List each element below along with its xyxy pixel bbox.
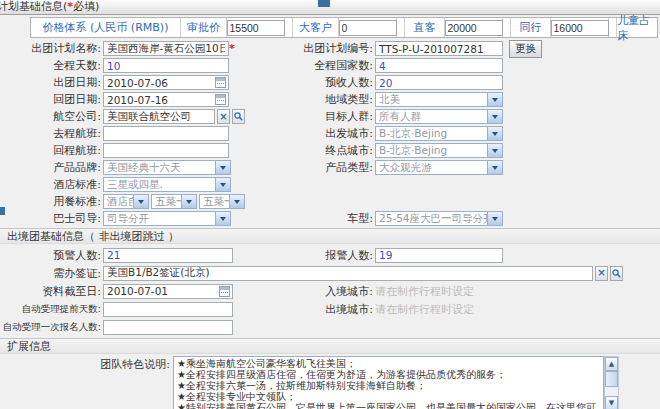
- region-type-value: 北美: [376, 93, 487, 106]
- plan-name-input[interactable]: [103, 41, 229, 56]
- key-account-input[interactable]: [339, 20, 397, 36]
- auto-accept-people-input[interactable]: [103, 320, 233, 335]
- auto-accept-people-label: 自动受理一次报名人数:: [0, 321, 103, 334]
- direct-customer-input[interactable]: [445, 20, 503, 36]
- peer-price-input[interactable]: [551, 20, 609, 36]
- plan-code-input[interactable]: [375, 41, 503, 56]
- bus-type-label: 车型:: [300, 211, 375, 226]
- product-brand-value: 美国经典十六天: [104, 161, 215, 174]
- form-row: 回程航班: 终点城市: B-北京·Bejing: [0, 142, 660, 159]
- product-brand-select[interactable]: 美国经典十六天: [103, 160, 231, 175]
- exit-city-label: 出境城市:: [300, 302, 375, 317]
- price-spacer: [397, 18, 405, 37]
- meal-standard-select-2[interactable]: 五菜一汤: [151, 194, 197, 209]
- outbound-rows: 预警人数: 报警人数: 需办签证: × 资料截至日: 入境城市: 请在制作行程时…: [0, 246, 660, 336]
- direct-customer-label: 直客: [405, 18, 445, 37]
- price-spacer: [609, 18, 617, 37]
- end-city-label: 终点城市:: [300, 143, 375, 158]
- dropdown-arrow-icon[interactable]: [229, 195, 244, 208]
- bus-type-select[interactable]: 25-54座大巴一司导分开: [375, 211, 503, 226]
- expected-people-input[interactable]: [375, 75, 503, 90]
- calendar-icon[interactable]: [215, 77, 226, 88]
- clear-icon[interactable]: ×: [595, 266, 608, 281]
- scrollbar-thumb[interactable]: [605, 371, 618, 387]
- target-group-select[interactable]: 所有人群: [375, 109, 503, 124]
- form-row: 巴士司导: 司导分开 车型: 25-54座大巴一司导分开: [0, 210, 660, 227]
- calendar-icon[interactable]: [215, 94, 226, 105]
- depart-city-select[interactable]: B-北京·Bejing: [375, 126, 503, 141]
- return-flight-label: 回程航班:: [0, 143, 103, 158]
- dropdown-arrow-icon[interactable]: [215, 212, 230, 225]
- form-row: 自动受理一次报名人数:: [0, 318, 660, 336]
- team-feature-textarea[interactable]: ★乘坐海南航空公司豪华客机飞往美国； ★全程安排四星级酒店住宿，住宿更为舒适，为…: [173, 356, 604, 409]
- dropdown-arrow-icon[interactable]: [487, 110, 502, 123]
- return-date-input[interactable]: [103, 92, 229, 107]
- entry-city-hint: 请在制作行程时设定: [375, 284, 474, 299]
- visa-input[interactable]: [103, 266, 593, 281]
- price-system-label: 价格体系 (人民币 (RMB)): [31, 18, 181, 37]
- section-header-extended-info: 扩展信息: [0, 338, 660, 354]
- section-header-outbound-info: 出境团基础信息（ 非出境团跳过 ）: [0, 228, 660, 244]
- calendar-icon[interactable]: [219, 286, 230, 297]
- outbound-flight-label: 去程航班:: [0, 126, 103, 141]
- form-row: 需办签证: ×: [0, 264, 660, 282]
- material-deadline-input[interactable]: [103, 284, 233, 299]
- alarm-people-input[interactable]: [375, 248, 503, 263]
- country-count-input[interactable]: [375, 58, 503, 73]
- peer-price-label: 同行: [511, 18, 551, 37]
- auto-accept-days-input[interactable]: [103, 302, 233, 317]
- team-feature-area: ★乘坐海南航空公司豪华客机飞往美国； ★全程安排四星级酒店住宿，住宿更为舒适，为…: [173, 356, 619, 409]
- total-days-input[interactable]: [103, 58, 229, 73]
- meal-standard-select-1[interactable]: 酒店自助: [103, 194, 149, 209]
- target-group-label: 目标人群:: [300, 109, 375, 124]
- dropdown-arrow-icon[interactable]: [215, 178, 230, 191]
- hotel-standard-value: 三星或四星.: [104, 178, 215, 191]
- meal-3-value: 五菜一汤: [200, 195, 229, 208]
- warn-people-input[interactable]: [103, 248, 233, 263]
- dropdown-arrow-icon[interactable]: [487, 144, 502, 157]
- dropdown-arrow-icon[interactable]: [487, 212, 502, 225]
- search-icon[interactable]: [610, 266, 623, 281]
- return-flight-input[interactable]: [103, 143, 229, 158]
- bus-guide-select[interactable]: 司导分开: [103, 211, 231, 226]
- end-city-select[interactable]: B-北京·Bejing: [375, 143, 503, 158]
- region-type-select[interactable]: 北美: [375, 92, 503, 107]
- material-deadline-label: 资料截至日:: [0, 284, 103, 299]
- change-code-button[interactable]: 更换: [509, 40, 542, 58]
- bus-guide-label: 巴士司导:: [0, 211, 103, 226]
- required-star: *: [229, 42, 235, 55]
- approved-price-input[interactable]: [227, 20, 285, 36]
- airline-input[interactable]: [103, 109, 215, 124]
- dropdown-arrow-icon[interactable]: [215, 161, 230, 174]
- textarea-scrollbar[interactable]: ▲ ▼: [604, 356, 619, 409]
- search-icon[interactable]: [232, 109, 245, 124]
- airline-label: 航空公司:: [0, 109, 103, 124]
- section-header-basic-info: 计划基础信息(*必填): [0, 0, 660, 15]
- scroll-down-icon[interactable]: ▼: [605, 396, 618, 409]
- meal-standard-select-3[interactable]: 五菜一汤: [199, 194, 245, 209]
- price-system-table: 价格体系 (人民币 (RMB)) 审批价 大客户 直客 同行 儿童占床: [30, 17, 658, 38]
- dropdown-arrow-icon[interactable]: [487, 127, 502, 140]
- bus-type-value: 25-54座大巴一司导分开: [376, 212, 487, 225]
- plan-basic-rows: 出团计划名称: * 出团计划编号: 更换 全程天数: 全程国家数: 出团日期: …: [0, 40, 660, 227]
- form-row: 回团日期: 地域类型: 北美: [0, 91, 660, 108]
- form-row: 出团计划名称: * 出团计划编号: 更换: [0, 40, 660, 57]
- bus-guide-value: 司导分开: [104, 212, 215, 225]
- form-row: 航空公司: × 目标人群: 所有人群: [0, 108, 660, 125]
- hotel-standard-select[interactable]: 三星或四星.: [103, 177, 231, 192]
- hotel-standard-label: 酒店标准:: [0, 177, 103, 192]
- scroll-up-icon[interactable]: ▲: [605, 357, 618, 371]
- dropdown-arrow-icon[interactable]: [487, 93, 502, 106]
- product-type-select[interactable]: 大众观光游: [375, 160, 503, 175]
- scroll-fragment-top: [318, 0, 330, 7]
- dropdown-arrow-icon[interactable]: [133, 195, 148, 208]
- depart-date-input[interactable]: [103, 75, 229, 90]
- dropdown-arrow-icon[interactable]: [487, 161, 502, 174]
- dropdown-arrow-icon[interactable]: [181, 195, 196, 208]
- clear-icon[interactable]: ×: [217, 109, 230, 124]
- form-row: 资料截至日: 入境城市: 请在制作行程时设定: [0, 282, 660, 300]
- depart-city-value: B-北京·Bejing: [376, 127, 487, 140]
- product-brand-label: 产品品牌:: [0, 160, 103, 175]
- outbound-flight-input[interactable]: [103, 126, 229, 141]
- form-row: 自动受理提前天数: 出境城市: 请在制作行程时设定: [0, 300, 660, 318]
